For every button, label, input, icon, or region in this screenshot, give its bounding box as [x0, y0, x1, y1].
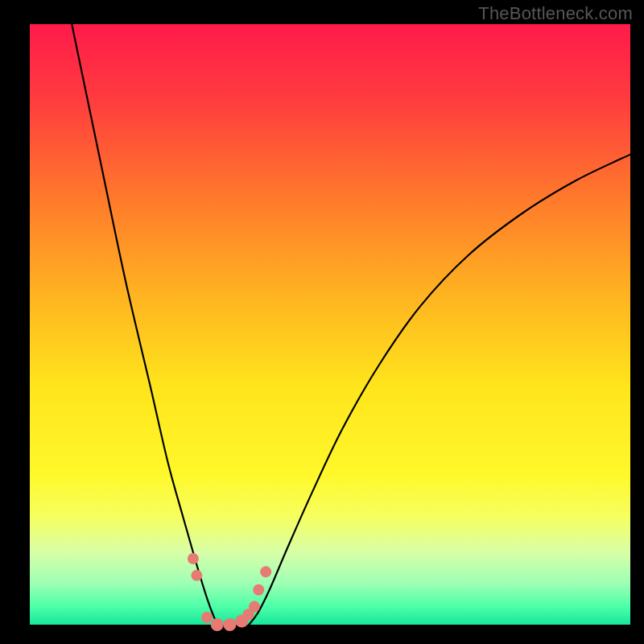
data-point [211, 618, 224, 631]
data-point [188, 553, 199, 564]
chart-container: { "watermark": "TheBottleneck.com", "cha… [0, 0, 644, 644]
plot-background [30, 24, 630, 625]
data-point [260, 566, 271, 577]
data-point [253, 584, 264, 596]
data-point [223, 618, 236, 631]
watermark-text: TheBottleneck.com [478, 3, 633, 24]
data-point [249, 601, 260, 613]
bottleneck-chart [0, 0, 644, 644]
data-point [201, 612, 213, 623]
data-point [191, 570, 202, 581]
